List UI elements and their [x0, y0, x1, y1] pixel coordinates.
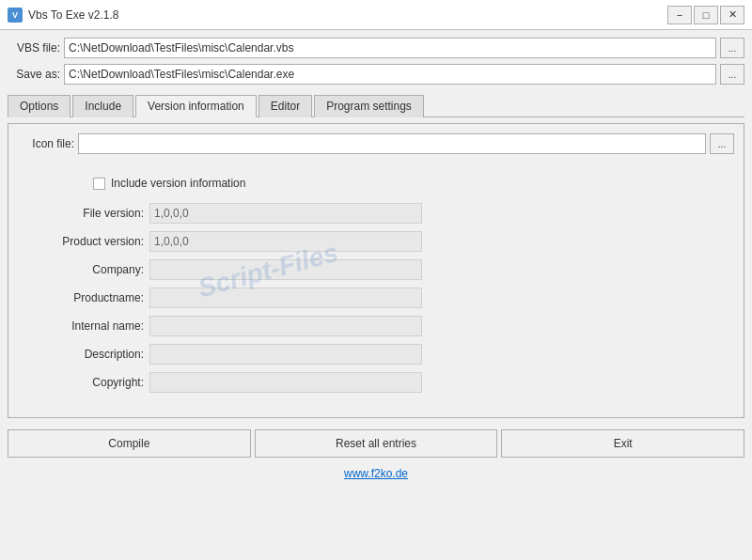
save-as-row: Save as: ... — [8, 64, 744, 85]
version-area: Include version information File version… — [18, 169, 734, 408]
tab-editor[interactable]: Editor — [258, 95, 312, 117]
copyright-input[interactable] — [149, 372, 422, 393]
save-as-label: Save as: — [8, 68, 60, 81]
tab-bar: Options Include Version information Edit… — [8, 94, 744, 117]
internal-name-input[interactable] — [149, 316, 422, 336]
vbs-file-row: VBS file: ... — [8, 38, 744, 58]
tab-version[interactable]: Version information — [135, 95, 257, 117]
file-version-input[interactable] — [149, 203, 422, 224]
version-tab-panel: Script-Files Icon file: ... Include vers… — [8, 123, 744, 418]
file-version-label: File version: — [37, 207, 149, 220]
product-version-label: Product version: — [37, 235, 149, 248]
save-browse-button[interactable]: ... — [720, 64, 744, 85]
compile-button[interactable]: Compile — [8, 429, 251, 458]
include-version-label: Include version information — [111, 177, 245, 190]
company-label: Company: — [37, 263, 149, 276]
internal-name-label: Internal name: — [37, 319, 149, 333]
company-field: Company: — [37, 259, 715, 280]
company-input[interactable] — [149, 259, 422, 280]
icon-file-input[interactable] — [78, 133, 706, 154]
include-version-checkbox[interactable] — [93, 178, 105, 190]
copyright-field: Copyright: — [37, 372, 715, 393]
window-controls: − □ ✕ — [667, 6, 744, 24]
tab-program-settings[interactable]: Program settings — [314, 95, 424, 117]
vbs-browse-button[interactable]: ... — [720, 38, 744, 58]
icon-file-label: Icon file: — [18, 137, 74, 150]
product-version-input[interactable] — [149, 231, 422, 252]
title-bar-left: V Vbs To Exe v2.1.8 — [8, 8, 119, 23]
bottom-bar: Compile Reset all entries Exit — [8, 429, 744, 458]
productname-label: Productname: — [37, 291, 149, 304]
footer-link[interactable]: www.f2ko.de — [344, 467, 408, 480]
productname-input[interactable] — [149, 288, 422, 308]
productname-field: Productname: — [37, 288, 715, 308]
tab-options[interactable]: Options — [8, 95, 70, 117]
icon-file-row: Icon file: ... — [18, 133, 734, 154]
description-field: Description: — [37, 344, 715, 365]
main-window: VBS file: ... Save as: ... Options Inclu… — [0, 30, 752, 491]
file-version-field: File version: — [37, 203, 715, 224]
tab-include[interactable]: Include — [72, 95, 133, 117]
save-as-input[interactable] — [64, 64, 716, 85]
description-label: Description: — [37, 348, 149, 361]
app-title: Vbs To Exe v2.1.8 — [28, 8, 119, 22]
internal-name-field: Internal name: — [37, 316, 715, 336]
minimize-button[interactable]: − — [667, 6, 692, 24]
reset-all-button[interactable]: Reset all entries — [255, 429, 498, 458]
app-icon: V — [8, 8, 23, 23]
description-input[interactable] — [149, 344, 422, 365]
vbs-file-input[interactable] — [64, 38, 716, 58]
title-bar: V Vbs To Exe v2.1.8 − □ ✕ — [0, 0, 752, 30]
maximize-button[interactable]: □ — [694, 6, 718, 24]
product-version-field: Product version: — [37, 231, 715, 252]
footer: www.f2ko.de — [8, 463, 744, 484]
exit-button[interactable]: Exit — [501, 429, 744, 458]
close-button[interactable]: ✕ — [720, 6, 744, 24]
vbs-file-label: VBS file: — [8, 41, 60, 54]
include-version-row: Include version information — [93, 177, 245, 190]
copyright-label: Copyright: — [37, 376, 149, 389]
icon-browse-button[interactable]: ... — [710, 133, 734, 154]
